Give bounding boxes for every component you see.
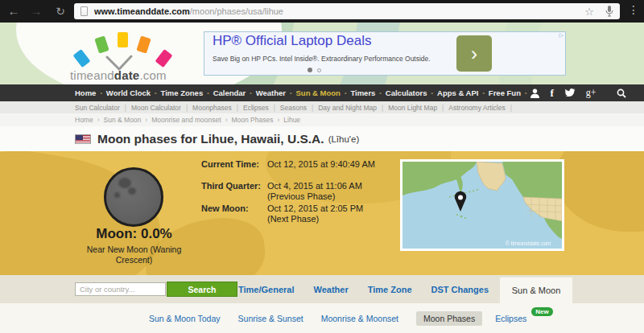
phase-info: Current Time: Oct 12, 2015 at 9:40:49 AM… [201,159,404,225]
nav-item-calculators[interactable]: Calculators [386,88,437,97]
back-icon[interactable]: ← [5,2,23,20]
browser-chrome: ← → ↻ www.timeanddate.com/moon/phases/us… [0,0,644,23]
reload-icon[interactable]: ↻ [52,2,69,20]
crumb-moonrise[interactable]: Moonrise and moonset [151,116,231,124]
facebook-icon[interactable]: f [550,87,553,100]
nav-item-timers[interactable]: Timers [350,88,385,97]
search-input[interactable] [75,282,166,296]
map-texture-blob [555,151,644,232]
tab-time-general[interactable]: Time/General [238,285,295,294]
nav-item-home[interactable]: Home [75,88,106,97]
info-date: Oct 4, 2015 at 11:06 AM [267,181,404,192]
link-sun-moon-today[interactable]: Sun & Moon Today [149,314,221,323]
forward-icon[interactable]: → [27,2,45,20]
crumb-moon-phases[interactable]: Moon Phases [231,116,283,124]
moon-info-band: Moon: 0.0% Near New Moon (Waning Crescen… [0,151,644,275]
timeanddate-logo[interactable]: timeanddate.com [68,24,169,84]
site-header: timeanddate.com HP® Official Laptop Deal… [0,23,644,84]
crumb-sun-moon[interactable]: Sun & Moon [104,116,152,124]
nav-item-weather[interactable]: Weather [256,88,296,97]
native-place-name: (Līhu'e) [328,134,360,144]
ad-title[interactable]: HP® Official Laptop Deals [213,33,371,49]
subnav-seasons[interactable]: Seasons [280,104,318,112]
logo-tile-blue [73,49,91,68]
footer-links-row: Sun & Moon Today Sunrise & Sunset Moonri… [0,303,644,333]
info-note: (Next Phase) [267,214,404,225]
bookmark-star-icon[interactable]: ☆ [584,6,594,18]
info-value: Oct 4, 2015 at 11:06 AM(Previous Phase) [267,181,404,203]
nav-item-calendar[interactable]: Calendar [213,88,256,97]
ad-next-button[interactable]: › [456,35,492,72]
moon-phase-name: Near New Moon (Waning Crescent) [76,245,192,265]
subnav-moon-light-map[interactable]: Moon Light Map [388,104,448,112]
logo-tile-green [94,35,109,53]
url-path: /moon/phases/usa/lihue [190,6,283,16]
tab-dst-changes[interactable]: DST Changes [431,285,489,294]
carousel-dot[interactable] [317,68,321,72]
crumb-lihue: Lihue [283,116,308,124]
link-moon-phases-active[interactable]: Moon Phases [416,311,482,326]
url-host: www.timeanddate.com [94,6,190,16]
logo-word-3: .com [139,68,166,82]
new-badge: New [531,307,552,316]
moon-crater [118,178,131,188]
info-date: Oct 12, 2015 at 2:05 PM [267,204,404,215]
logo-word-2: date [114,68,140,82]
footer-tabs: Time/General Weather Time Zone DST Chang… [238,275,572,303]
ad-carousel-dots[interactable] [308,68,321,72]
info-value: Oct 12, 2015 at 9:40:49 AM [267,159,404,171]
googleplus-icon[interactable]: g+ [586,87,597,99]
ad-subtitle: Save Big on HP PCs. Intel Inside®. Extra… [213,55,431,63]
title-bar: Moon phases for Lihue, Hawaii, U.S.A. (L… [0,126,644,151]
nav-item-time-zones[interactable]: Time Zones [161,88,213,97]
tab-time-zone[interactable]: Time Zone [368,285,412,294]
chevron-right-icon: › [471,43,477,65]
us-flag-icon [75,134,91,144]
nav-item-sun-moon[interactable]: Sun & Moon [296,88,351,97]
logo-tile-orange [136,35,151,53]
browser-menu-icon[interactable]: ⋮ [628,3,639,16]
map-watermark: © timeanddate.com [506,240,551,246]
subnav-moonphases[interactable]: Moonphases [192,104,243,112]
twitter-icon[interactable] [564,88,576,97]
ad-choices-icon[interactable]: ▷ [559,32,564,39]
subnav-moon-calculator[interactable]: Moon Calculator [131,104,192,112]
microphone-icon[interactable] [605,6,613,17]
map-image: © timeanddate.com [402,162,562,249]
logo-wordmark: timeanddate.com [70,68,167,82]
link-moonrise-moonset[interactable]: Moonrise & Moonset [321,314,398,323]
url-text[interactable]: www.timeanddate.com/moon/phases/usa/lihu… [94,6,283,16]
moon-illumination: Moon: 0.0% [68,226,200,242]
main-nav: Home World Clock Time Zones Calendar Wea… [0,84,644,101]
logo-word-1: timeand [70,68,114,82]
info-label: New Moon: [201,204,267,225]
nav-item-apps-api[interactable]: Apps & API [437,88,489,97]
user-account-icon[interactable] [530,88,539,98]
tab-sun-moon-active[interactable]: Sun & Moon [500,278,572,303]
page-title: Moon phases for Lihue, Hawaii, U.S.A. [97,132,324,146]
crumb-home[interactable]: Home [75,116,104,124]
info-row-current-time: Current Time: Oct 12, 2015 at 9:40:49 AM [201,159,404,171]
location-map[interactable]: © timeanddate.com [400,159,564,251]
info-value: Oct 12, 2015 at 2:05 PM(Next Phase) [267,204,404,225]
info-note: (Previous Phase) [267,191,404,203]
tab-weather[interactable]: Weather [314,285,349,294]
info-row-new-moon: New Moon: Oct 12, 2015 at 2:05 PM(Next P… [201,204,404,225]
url-bar[interactable]: www.timeanddate.com/moon/phases/usa/lihu… [74,3,620,19]
search-icon[interactable] [617,88,626,98]
subnav-eclipses[interactable]: Eclipses [243,104,280,112]
nav-item-free-fun[interactable]: Free Fun [489,88,531,97]
subnav-astronomy-articles[interactable]: Astronomy Articles [448,104,517,112]
subnav-day-night-map[interactable]: Day and Night Map [318,104,388,112]
carousel-dot-active[interactable] [308,68,312,72]
link-sunrise-sunset[interactable]: Sunrise & Sunset [238,314,303,323]
ad-banner[interactable]: HP® Official Laptop Deals Save Big on HP… [204,31,566,76]
moon-crater [128,187,136,195]
nav-item-world-clock[interactable]: World Clock [106,88,161,97]
moon-crater [114,192,120,198]
info-label: Current Time: [201,159,267,171]
search-button[interactable]: Search [167,282,237,297]
link-eclipses[interactable]: Eclipses [495,314,526,323]
info-row-third-quarter: Third Quarter: Oct 4, 2015 at 11:06 AM(P… [201,181,404,203]
subnav-sun-calculator[interactable]: Sun Calculator [75,104,131,112]
